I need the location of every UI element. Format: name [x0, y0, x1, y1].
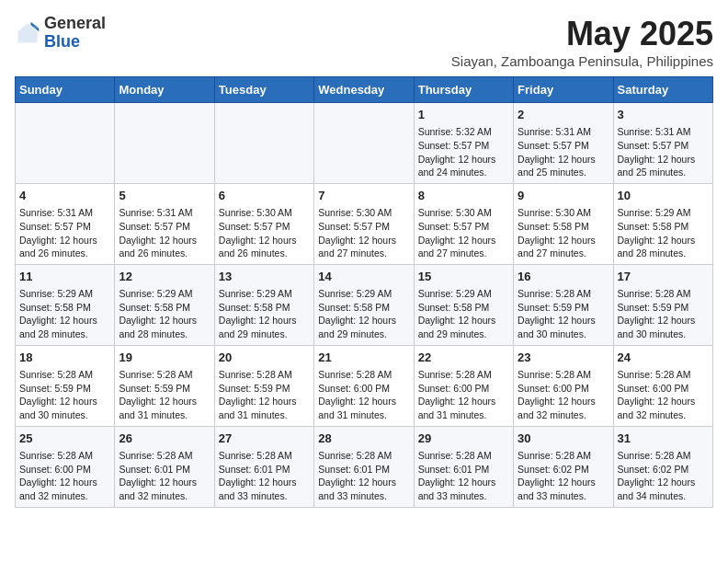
day-number: 21 [318, 350, 409, 366]
calendar-cell [314, 103, 414, 184]
day-info: Sunrise: 5:28 AM Sunset: 5:59 PM Dayligh… [19, 369, 97, 420]
logo-icon [15, 20, 40, 46]
day-number: 27 [219, 431, 310, 447]
weekday-header-row: SundayMondayTuesdayWednesdayThursdayFrid… [16, 77, 713, 103]
calendar-cell: 26Sunrise: 5:28 AM Sunset: 6:01 PM Dayli… [115, 426, 214, 507]
day-number: 7 [318, 188, 409, 204]
calendar-cell: 1Sunrise: 5:32 AM Sunset: 5:57 PM Daylig… [414, 103, 513, 184]
day-number: 16 [518, 269, 609, 285]
calendar-body: 1Sunrise: 5:32 AM Sunset: 5:57 PM Daylig… [16, 103, 713, 508]
day-number: 18 [19, 350, 110, 366]
day-info: Sunrise: 5:30 AM Sunset: 5:57 PM Dayligh… [219, 207, 297, 259]
calendar-week-5: 25Sunrise: 5:28 AM Sunset: 6:00 PM Dayli… [16, 426, 713, 507]
day-info: Sunrise: 5:28 AM Sunset: 6:00 PM Dayligh… [318, 369, 396, 420]
day-number: 24 [618, 350, 709, 366]
day-number: 31 [618, 431, 709, 447]
calendar-cell: 17Sunrise: 5:28 AM Sunset: 5:59 PM Dayli… [613, 264, 712, 345]
day-number: 22 [418, 350, 509, 366]
calendar-cell: 9Sunrise: 5:30 AM Sunset: 5:58 PM Daylig… [514, 183, 613, 264]
calendar-cell: 11Sunrise: 5:29 AM Sunset: 5:58 PM Dayli… [16, 264, 115, 345]
calendar-cell: 20Sunrise: 5:28 AM Sunset: 5:59 PM Dayli… [214, 345, 313, 426]
day-number: 10 [618, 188, 709, 204]
day-info: Sunrise: 5:28 AM Sunset: 6:00 PM Dayligh… [418, 369, 496, 420]
day-info: Sunrise: 5:28 AM Sunset: 6:01 PM Dayligh… [219, 450, 297, 501]
weekday-header-sunday: Sunday [16, 77, 115, 103]
calendar-cell: 27Sunrise: 5:28 AM Sunset: 6:01 PM Dayli… [214, 426, 313, 507]
day-info: Sunrise: 5:29 AM Sunset: 5:58 PM Dayligh… [318, 288, 396, 339]
day-number: 28 [318, 431, 409, 447]
day-info: Sunrise: 5:28 AM Sunset: 5:59 PM Dayligh… [219, 369, 297, 420]
calendar-cell [214, 103, 313, 184]
weekday-header-tuesday: Tuesday [214, 77, 313, 103]
calendar-cell: 6Sunrise: 5:30 AM Sunset: 5:57 PM Daylig… [214, 183, 313, 264]
calendar-cell: 29Sunrise: 5:28 AM Sunset: 6:01 PM Dayli… [414, 426, 513, 507]
weekday-header-monday: Monday [115, 77, 214, 103]
calendar-cell: 16Sunrise: 5:28 AM Sunset: 5:59 PM Dayli… [514, 264, 613, 345]
day-info: Sunrise: 5:28 AM Sunset: 6:01 PM Dayligh… [119, 450, 197, 501]
calendar-cell: 2Sunrise: 5:31 AM Sunset: 5:57 PM Daylig… [514, 103, 613, 184]
calendar-title: May 2025 [451, 15, 713, 53]
weekday-header-friday: Friday [514, 77, 613, 103]
day-info: Sunrise: 5:28 AM Sunset: 6:00 PM Dayligh… [518, 369, 596, 420]
weekday-header-thursday: Thursday [414, 77, 513, 103]
day-number: 4 [19, 188, 110, 204]
day-info: Sunrise: 5:28 AM Sunset: 6:02 PM Dayligh… [618, 450, 696, 501]
day-info: Sunrise: 5:29 AM Sunset: 5:58 PM Dayligh… [219, 288, 297, 339]
day-number: 15 [418, 269, 509, 285]
day-number: 17 [618, 269, 709, 285]
calendar-cell: 18Sunrise: 5:28 AM Sunset: 5:59 PM Dayli… [16, 345, 115, 426]
day-number: 2 [518, 107, 609, 123]
calendar-cell: 31Sunrise: 5:28 AM Sunset: 6:02 PM Dayli… [613, 426, 712, 507]
calendar-cell [16, 103, 115, 184]
day-info: Sunrise: 5:29 AM Sunset: 5:58 PM Dayligh… [618, 207, 696, 259]
calendar-cell: 19Sunrise: 5:28 AM Sunset: 5:59 PM Dayli… [115, 345, 214, 426]
day-number: 3 [618, 107, 709, 123]
day-info: Sunrise: 5:28 AM Sunset: 6:01 PM Dayligh… [418, 450, 496, 501]
day-number: 9 [518, 188, 609, 204]
calendar-cell: 28Sunrise: 5:28 AM Sunset: 6:01 PM Dayli… [314, 426, 414, 507]
calendar-week-4: 18Sunrise: 5:28 AM Sunset: 5:59 PM Dayli… [16, 345, 713, 426]
title-block: May 2025 Siayan, Zamboanga Peninsula, Ph… [451, 15, 713, 69]
weekday-header-wednesday: Wednesday [314, 77, 414, 103]
calendar-cell: 15Sunrise: 5:29 AM Sunset: 5:58 PM Dayli… [414, 264, 513, 345]
calendar-cell: 12Sunrise: 5:29 AM Sunset: 5:58 PM Dayli… [115, 264, 214, 345]
day-number: 29 [418, 431, 509, 447]
day-info: Sunrise: 5:30 AM Sunset: 5:57 PM Dayligh… [318, 207, 396, 259]
logo-general: General [44, 14, 106, 32]
logo-blue: Blue [44, 32, 80, 51]
day-number: 26 [119, 431, 210, 447]
calendar-cell: 23Sunrise: 5:28 AM Sunset: 6:00 PM Dayli… [514, 345, 613, 426]
day-info: Sunrise: 5:31 AM Sunset: 5:57 PM Dayligh… [618, 126, 696, 178]
day-info: Sunrise: 5:28 AM Sunset: 6:00 PM Dayligh… [618, 369, 696, 420]
calendar-cell: 22Sunrise: 5:28 AM Sunset: 6:00 PM Dayli… [414, 345, 513, 426]
day-info: Sunrise: 5:31 AM Sunset: 5:57 PM Dayligh… [119, 207, 197, 259]
day-number: 1 [418, 107, 509, 123]
day-info: Sunrise: 5:30 AM Sunset: 5:58 PM Dayligh… [518, 207, 596, 259]
day-info: Sunrise: 5:31 AM Sunset: 5:57 PM Dayligh… [518, 126, 596, 178]
calendar-cell: 5Sunrise: 5:31 AM Sunset: 5:57 PM Daylig… [115, 183, 214, 264]
day-number: 12 [119, 269, 210, 285]
day-number: 5 [119, 188, 210, 204]
day-number: 8 [418, 188, 509, 204]
day-number: 14 [318, 269, 409, 285]
calendar-cell: 14Sunrise: 5:29 AM Sunset: 5:58 PM Dayli… [314, 264, 414, 345]
calendar-cell: 30Sunrise: 5:28 AM Sunset: 6:02 PM Dayli… [514, 426, 613, 507]
day-info: Sunrise: 5:30 AM Sunset: 5:57 PM Dayligh… [418, 207, 496, 259]
day-info: Sunrise: 5:29 AM Sunset: 5:58 PM Dayligh… [19, 288, 97, 339]
calendar-cell: 21Sunrise: 5:28 AM Sunset: 6:00 PM Dayli… [314, 345, 414, 426]
calendar-cell: 3Sunrise: 5:31 AM Sunset: 5:57 PM Daylig… [613, 103, 712, 184]
logo: General Blue [15, 15, 106, 52]
day-info: Sunrise: 5:28 AM Sunset: 5:59 PM Dayligh… [618, 288, 696, 339]
day-number: 20 [219, 350, 310, 366]
day-info: Sunrise: 5:29 AM Sunset: 5:58 PM Dayligh… [119, 288, 197, 339]
day-number: 23 [518, 350, 609, 366]
day-number: 25 [19, 431, 110, 447]
calendar-cell [115, 103, 214, 184]
day-info: Sunrise: 5:28 AM Sunset: 5:59 PM Dayligh… [119, 369, 197, 420]
day-info: Sunrise: 5:28 AM Sunset: 5:59 PM Dayligh… [518, 288, 596, 339]
calendar-cell: 24Sunrise: 5:28 AM Sunset: 6:00 PM Dayli… [613, 345, 712, 426]
day-number: 6 [219, 188, 310, 204]
day-number: 11 [19, 269, 110, 285]
calendar-cell: 10Sunrise: 5:29 AM Sunset: 5:58 PM Dayli… [613, 183, 712, 264]
calendar-week-2: 4Sunrise: 5:31 AM Sunset: 5:57 PM Daylig… [16, 183, 713, 264]
